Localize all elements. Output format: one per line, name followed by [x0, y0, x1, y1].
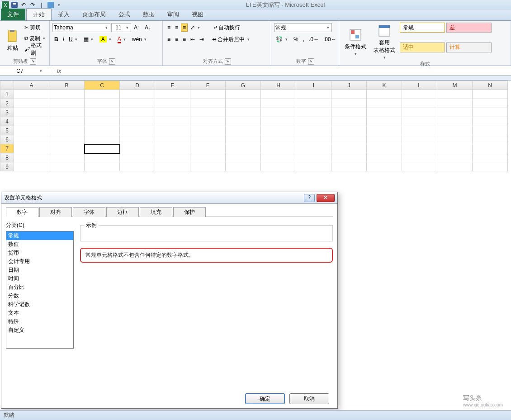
category-item[interactable]: 货币: [6, 249, 73, 257]
font-launcher[interactable]: ⬊: [109, 58, 115, 65]
cell-B6[interactable]: [49, 135, 85, 144]
cell-H9[interactable]: [261, 162, 296, 171]
cell-B4[interactable]: [49, 117, 85, 126]
col-header-K[interactable]: K: [367, 81, 402, 90]
cell-M5[interactable]: [437, 126, 473, 135]
category-item[interactable]: 日期: [6, 266, 73, 274]
cell-L9[interactable]: [402, 162, 437, 171]
cell-J9[interactable]: [331, 162, 367, 171]
ok-button[interactable]: 确定: [245, 393, 285, 404]
percent-button[interactable]: %: [292, 35, 300, 43]
cell-N8[interactable]: [473, 153, 508, 162]
grow-font-button[interactable]: A↑: [132, 24, 142, 32]
inc-decimal-button[interactable]: .0→: [307, 35, 321, 43]
cell-A4[interactable]: [14, 117, 49, 126]
cell-H3[interactable]: [261, 108, 296, 117]
category-listbox[interactable]: 常规数值货币会计专用日期时间百分比分数科学记数文本特殊自定义: [6, 231, 74, 349]
cell-K7[interactable]: [367, 144, 402, 153]
border-button[interactable]: ▦▾: [82, 35, 97, 43]
category-item[interactable]: 会计专用: [6, 257, 73, 266]
cell-N3[interactable]: [473, 108, 508, 117]
cell-J2[interactable]: [331, 99, 367, 108]
cell-K3[interactable]: [367, 108, 402, 117]
align-bottom-button[interactable]: ≡: [181, 24, 188, 32]
dialog-tab-5[interactable]: 保护: [173, 207, 206, 217]
category-item[interactable]: 科学记数: [6, 300, 73, 309]
cell-K2[interactable]: [367, 99, 402, 108]
cell-L6[interactable]: [402, 135, 437, 144]
cell-C2[interactable]: [85, 99, 120, 108]
cell-N4[interactable]: [473, 117, 508, 126]
align-middle-button[interactable]: ≡: [173, 24, 180, 32]
cell-B1[interactable]: [49, 90, 85, 99]
align-left-button[interactable]: ≡: [166, 35, 172, 43]
cell-C1[interactable]: [85, 90, 120, 99]
cell-F3[interactable]: [190, 108, 226, 117]
dialog-tab-1[interactable]: 对齐: [39, 207, 72, 217]
cell-E8[interactable]: [155, 153, 190, 162]
col-header-L[interactable]: L: [402, 81, 437, 90]
cell-I9[interactable]: [296, 162, 331, 171]
row-header-9[interactable]: 9: [0, 162, 14, 171]
style-calc[interactable]: 计算: [446, 42, 492, 52]
orientation-button[interactable]: ⤢▾: [189, 24, 203, 32]
cell-F1[interactable]: [190, 90, 226, 99]
category-item[interactable]: 自定义: [6, 326, 73, 335]
cell-N6[interactable]: [473, 135, 508, 144]
cell-A2[interactable]: [14, 99, 49, 108]
redo-icon[interactable]: ↷: [29, 1, 36, 9]
cell-C3[interactable]: [85, 108, 120, 117]
comma-button[interactable]: ,: [301, 35, 306, 43]
font-color-button[interactable]: A▾: [116, 35, 129, 44]
cell-N5[interactable]: [473, 126, 508, 135]
review-tab[interactable]: 审阅: [161, 9, 185, 20]
cell-M6[interactable]: [437, 135, 473, 144]
qat-custom-icon[interactable]: [47, 1, 54, 9]
cell-K6[interactable]: [367, 135, 402, 144]
home-tab[interactable]: 开始: [26, 8, 52, 20]
merge-center-button[interactable]: ⬌合并后居中▾: [210, 35, 253, 44]
cell-N2[interactable]: [473, 99, 508, 108]
cell-B5[interactable]: [49, 126, 85, 135]
cell-B9[interactable]: [49, 162, 85, 171]
shrink-font-button[interactable]: A↓: [143, 24, 153, 32]
conditional-format-button[interactable]: 条件格式▾: [342, 23, 369, 61]
cell-G7[interactable]: [226, 144, 261, 153]
cell-M8[interactable]: [437, 153, 473, 162]
cell-K1[interactable]: [367, 90, 402, 99]
cell-F4[interactable]: [190, 117, 226, 126]
cell-D3[interactable]: [120, 108, 155, 117]
category-item[interactable]: 文本: [6, 309, 73, 317]
view-tab[interactable]: 视图: [185, 9, 210, 20]
cell-J1[interactable]: [331, 90, 367, 99]
col-header-B[interactable]: B: [49, 81, 85, 90]
cell-M3[interactable]: [437, 108, 473, 117]
cell-G6[interactable]: [226, 135, 261, 144]
cell-F2[interactable]: [190, 99, 226, 108]
cell-E6[interactable]: [155, 135, 190, 144]
category-item[interactable]: 常规: [6, 231, 73, 240]
font-family-combo[interactable]: ▾: [52, 23, 110, 32]
category-item[interactable]: 时间: [6, 274, 73, 283]
cell-L4[interactable]: [402, 117, 437, 126]
cell-N7[interactable]: [473, 144, 508, 153]
cell-E3[interactable]: [155, 108, 190, 117]
cell-N9[interactable]: [473, 162, 508, 171]
category-item[interactable]: 数值: [6, 240, 73, 249]
dialog-tab-2[interactable]: 字体: [73, 207, 105, 217]
cell-L3[interactable]: [402, 108, 437, 117]
col-header-J[interactable]: J: [331, 81, 367, 90]
wrap-text-button[interactable]: ⤶自动换行: [211, 23, 242, 33]
cell-C8[interactable]: [85, 153, 120, 162]
cell-A6[interactable]: [14, 135, 49, 144]
cell-E5[interactable]: [155, 126, 190, 135]
cell-K5[interactable]: [367, 126, 402, 135]
italic-button[interactable]: I: [61, 35, 66, 43]
col-header-F[interactable]: F: [190, 81, 226, 90]
cell-F7[interactable]: [190, 144, 226, 153]
file-tab[interactable]: 文件: [1, 9, 25, 20]
row-header-2[interactable]: 2: [0, 99, 14, 108]
cell-C6[interactable]: [85, 135, 120, 144]
format-as-table-button[interactable]: 套用 表格格式▾: [371, 23, 398, 61]
cell-I6[interactable]: [296, 135, 331, 144]
